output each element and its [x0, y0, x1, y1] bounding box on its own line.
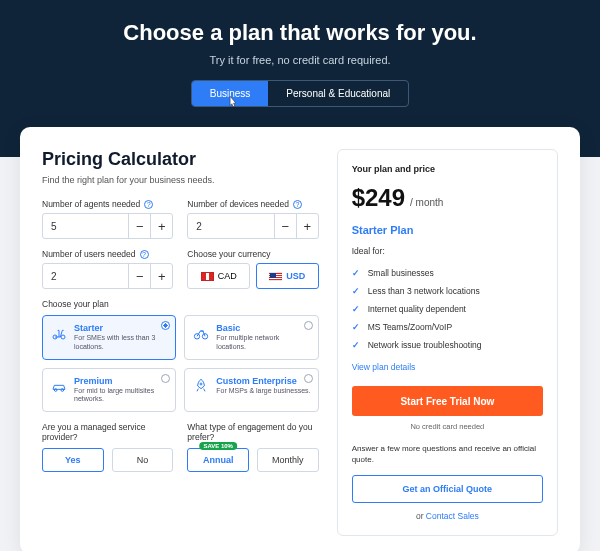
ideal-label: Ideal for:	[352, 246, 543, 256]
no-card-note: No credit card needed	[352, 422, 543, 431]
plan-label: Choose your plan	[42, 299, 319, 309]
feature-item: ✓Small businesses	[352, 264, 543, 282]
calc-desc: Find the right plan for your business ne…	[42, 175, 319, 185]
hero-subtitle: Try it for free, no credit card required…	[0, 54, 600, 66]
currency-label: Choose your currency	[187, 249, 318, 259]
agents-label: Number of agents needed ?	[42, 199, 173, 209]
check-icon: ✓	[352, 268, 362, 278]
feature-list: ✓Small businesses ✓Less than 3 network l…	[352, 264, 543, 354]
feature-item: ✓Internet quality dependent	[352, 300, 543, 318]
devices-stepper: 2 − +	[187, 213, 318, 239]
summary-panel: Your plan and price $249 / month Starter…	[337, 149, 558, 536]
summary-column: Your plan and price $249 / month Starter…	[337, 149, 558, 536]
plan-enterprise[interactable]: Custom EnterpriseFor MSPs & large busine…	[184, 368, 318, 413]
agents-decrement[interactable]: −	[128, 214, 150, 238]
pricing-shell: Pricing Calculator Find the right plan f…	[20, 127, 580, 551]
devices-decrement[interactable]: −	[274, 214, 296, 238]
hero-title: Choose a plan that works for you.	[0, 20, 600, 46]
msp-no[interactable]: No	[112, 448, 174, 472]
feature-item: ✓Network issue troubleshooting	[352, 336, 543, 354]
feature-item: ✓MS Teams/Zoom/VoIP	[352, 318, 543, 336]
engage-monthly[interactable]: Monthly	[257, 448, 319, 472]
users-stepper: 2 − +	[42, 263, 173, 289]
check-icon: ✓	[352, 286, 362, 296]
tab-personal[interactable]: Personal & Educational	[268, 81, 408, 106]
start-trial-button[interactable]: Start Free Trial Now	[352, 386, 543, 416]
bike-icon	[192, 323, 210, 352]
check-icon: ✓	[352, 304, 362, 314]
save-badge: SAVE 10%	[199, 442, 237, 450]
contact-sales-link[interactable]: Contact Sales	[426, 511, 479, 521]
agents-value[interactable]: 5	[43, 214, 128, 238]
summary-header: Your plan and price	[352, 164, 543, 174]
msp-yes[interactable]: Yes	[42, 448, 104, 472]
scooter-icon	[50, 323, 68, 352]
info-icon[interactable]: ?	[144, 200, 153, 209]
car-icon	[50, 376, 68, 405]
devices-label: Number of devices needed ?	[187, 199, 318, 209]
more-questions: Answer a few more questions and receive …	[352, 443, 543, 465]
agents-stepper: 5 − +	[42, 213, 173, 239]
price-period: / month	[410, 197, 443, 208]
radio-icon	[304, 374, 313, 383]
feature-item: ✓Less than 3 network locations	[352, 282, 543, 300]
svg-point-6	[200, 383, 202, 385]
currency-cad[interactable]: CAD	[187, 263, 250, 289]
users-value[interactable]: 2	[43, 264, 128, 288]
engage-label: What type of engagement do you prefer?	[187, 422, 318, 442]
cursor-pointer-icon	[226, 95, 240, 107]
users-label: Number of users needed ?	[42, 249, 173, 259]
svg-point-4	[54, 388, 57, 391]
audience-tabs: Business Personal & Educational	[191, 80, 410, 107]
calc-title: Pricing Calculator	[42, 149, 319, 170]
or-contact: or Contact Sales	[352, 511, 543, 521]
users-decrement[interactable]: −	[128, 264, 150, 288]
engage-annual[interactable]: SAVE 10% Annual	[187, 448, 249, 472]
rocket-icon	[192, 376, 210, 405]
devices-value[interactable]: 2	[188, 214, 273, 238]
radio-icon	[161, 374, 170, 383]
tab-business[interactable]: Business	[192, 81, 269, 106]
radio-icon	[161, 321, 170, 330]
price-amount: $249	[352, 184, 405, 212]
get-quote-button[interactable]: Get an Official Quote	[352, 475, 543, 503]
currency-usd[interactable]: USD	[256, 263, 319, 289]
info-icon[interactable]: ?	[293, 200, 302, 209]
view-plan-details[interactable]: View plan details	[352, 362, 416, 372]
agents-increment[interactable]: +	[150, 214, 172, 238]
summary-plan-name: Starter Plan	[352, 224, 543, 236]
devices-increment[interactable]: +	[296, 214, 318, 238]
check-icon: ✓	[352, 340, 362, 350]
info-icon[interactable]: ?	[140, 250, 149, 259]
msp-label: Are you a managed service provider?	[42, 422, 173, 442]
plan-premium[interactable]: PremiumFor mid to large multisites netwo…	[42, 368, 176, 413]
plan-basic[interactable]: BasicFor multiple network locations.	[184, 315, 318, 360]
flag-us-icon	[269, 272, 282, 281]
users-increment[interactable]: +	[150, 264, 172, 288]
calculator-column: Pricing Calculator Find the right plan f…	[42, 149, 319, 536]
check-icon: ✓	[352, 322, 362, 332]
svg-point-1	[61, 335, 65, 339]
svg-point-5	[61, 388, 64, 391]
plan-starter[interactable]: StarterFor SMEs with less than 3 locatio…	[42, 315, 176, 360]
radio-icon	[304, 321, 313, 330]
flag-ca-icon	[201, 272, 214, 281]
